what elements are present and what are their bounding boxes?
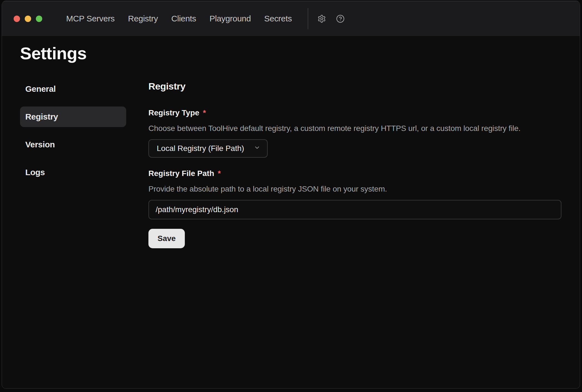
nav-item-registry[interactable]: Registry (128, 14, 158, 23)
gear-icon (317, 14, 326, 23)
titlebar-divider (308, 8, 308, 29)
save-button[interactable]: Save (148, 229, 185, 248)
registry-type-label: Registry Type (148, 108, 199, 118)
registry-file-path-description: Provide the absolute path to a local reg… (148, 184, 561, 194)
window-controls (2, 16, 42, 22)
minimize-button[interactable] (25, 16, 31, 22)
required-marker: * (203, 108, 206, 118)
settings-page: Settings General Registry Version Logs R… (2, 43, 580, 248)
registry-type-selected-value: Local Registry (File Path) (157, 144, 244, 153)
registry-type-description: Choose between ToolHive default registry… (148, 124, 561, 133)
registry-file-path-label: Registry File Path (148, 169, 214, 178)
settings-content: Registry Registry Type * Choose between … (148, 79, 561, 248)
page-title: Settings (20, 43, 580, 64)
required-marker: * (218, 169, 221, 178)
nav-item-playground[interactable]: Playground (210, 14, 251, 23)
registry-type-select[interactable]: Local Registry (File Path) (148, 139, 268, 158)
nav-item-mcp-servers[interactable]: MCP Servers (66, 14, 115, 23)
registry-file-path-field: Registry File Path * Provide the absolut… (148, 169, 561, 219)
nav-item-clients[interactable]: Clients (171, 14, 196, 23)
sidebar-item-general[interactable]: General (20, 79, 126, 99)
help-button[interactable] (334, 12, 347, 25)
top-navigation: MCP Servers Registry Clients Playground … (66, 14, 292, 23)
app-window: MCP Servers Registry Clients Playground … (2, 1, 580, 389)
chevron-down-icon (254, 144, 260, 153)
titlebar: MCP Servers Registry Clients Playground … (2, 1, 580, 36)
sidebar-item-version[interactable]: Version (20, 134, 126, 155)
settings-sidebar: General Registry Version Logs (20, 79, 126, 183)
registry-file-path-input[interactable] (148, 200, 561, 219)
settings-button[interactable] (315, 12, 328, 25)
sidebar-item-registry[interactable]: Registry (20, 106, 126, 127)
sidebar-item-logs[interactable]: Logs (20, 162, 126, 183)
zoom-button[interactable] (36, 16, 42, 22)
section-heading: Registry (148, 80, 561, 92)
help-icon (336, 14, 345, 23)
registry-type-field: Registry Type * Choose between ToolHive … (148, 108, 561, 158)
close-button[interactable] (14, 16, 20, 22)
nav-item-secrets[interactable]: Secrets (264, 14, 292, 23)
